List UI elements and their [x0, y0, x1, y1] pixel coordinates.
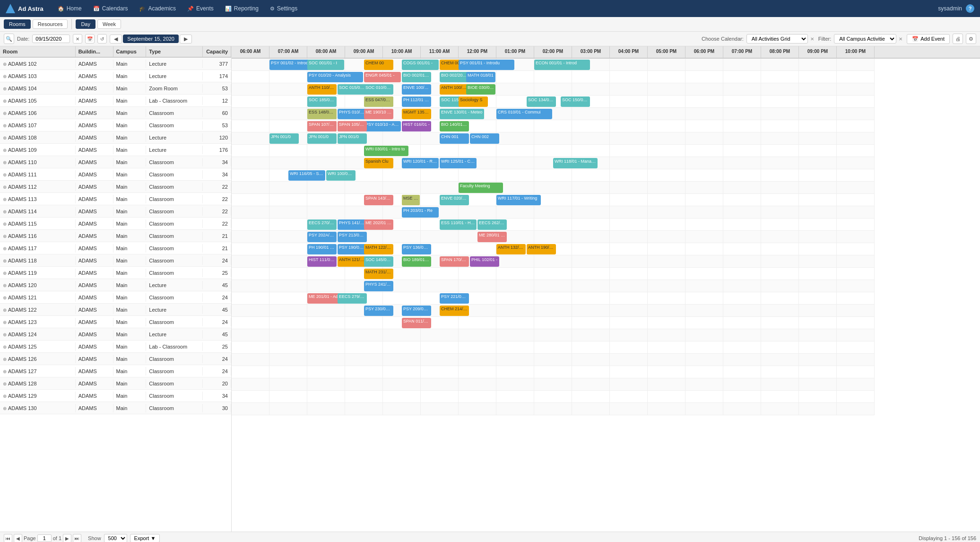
- room-row[interactable]: ⊕ADAMS 127 ADAMS Main Classroom 24: [0, 365, 231, 377]
- room-row[interactable]: ⊕ADAMS 118 ADAMS Main Classroom 24: [0, 254, 231, 267]
- event-block[interactable]: CHN 001: [440, 133, 469, 144]
- event-block[interactable]: WRI 117/01 - Writing: [496, 195, 541, 205]
- event-block[interactable]: SOC 001/01 - I: [307, 60, 344, 70]
- event-block[interactable]: ME 190/10 - Ur: [364, 109, 393, 119]
- event-block[interactable]: PSY 213/01 - M: [338, 232, 367, 242]
- expand-icon[interactable]: ⊕: [3, 307, 7, 313]
- event-block[interactable]: ANTH 110/01 -: [307, 84, 337, 95]
- event-block[interactable]: ESS 110/01 - Hydrolo: [440, 219, 477, 230]
- clear-filter-button[interactable]: ✕: [897, 35, 904, 42]
- event-block[interactable]: WRI 030/01 - Intro to: [364, 146, 408, 156]
- expand-icon[interactable]: ⊕: [3, 320, 7, 325]
- page-number-input[interactable]: [37, 534, 52, 542]
- room-row[interactable]: ⊕ADAMS 119 ADAMS Main Classroom 25: [0, 267, 231, 279]
- event-block[interactable]: SPAN 170/01 -: [440, 256, 469, 267]
- event-block[interactable]: MSE 111/: [402, 195, 420, 205]
- event-block[interactable]: ESS 047/01 - A: [364, 96, 393, 107]
- event-block[interactable]: SPAN 143/01 -: [364, 195, 393, 205]
- event-block[interactable]: EECS 262/01 -: [477, 219, 507, 230]
- event-block[interactable]: PHYS 241/01 -: [364, 281, 393, 291]
- event-block[interactable]: ANTH 190/01 -: [527, 244, 556, 254]
- event-block[interactable]: PSY 202A/01 -: [307, 232, 337, 242]
- room-row[interactable]: ⊕ADAMS 105 ADAMS Main Lab - Classroom 12: [0, 95, 231, 107]
- expand-icon[interactable]: ⊕: [3, 184, 7, 190]
- event-block[interactable]: SOC 134/01 - S: [527, 96, 556, 107]
- event-block[interactable]: JPN 001/0: [307, 133, 337, 144]
- event-block[interactable]: Faculty Meeting: [459, 183, 503, 193]
- event-block[interactable]: Sociology S: [459, 96, 488, 107]
- event-block[interactable]: CHN 002: [470, 133, 499, 144]
- room-row[interactable]: ⊕ADAMS 114 ADAMS Main Classroom 22: [0, 205, 231, 218]
- clear-date-button[interactable]: ✕: [73, 34, 82, 44]
- expand-icon[interactable]: ⊕: [3, 406, 7, 411]
- expand-icon[interactable]: ⊕: [3, 381, 7, 386]
- event-block[interactable]: SOC 015/01 - S: [338, 84, 367, 95]
- event-block[interactable]: PSY 001/01 - Introdu: [459, 60, 514, 70]
- event-block[interactable]: PHIL 102/01 -: [470, 256, 499, 267]
- event-block[interactable]: PHYS 010/01 -: [338, 109, 367, 119]
- event-block[interactable]: EECS 279/01 -: [338, 293, 367, 304]
- event-block[interactable]: SOC 150/01 - S: [561, 96, 590, 107]
- event-block[interactable]: ENGR 045/01 -: [364, 72, 401, 82]
- event-block[interactable]: ANTH 132/01 -: [496, 244, 526, 254]
- expand-icon[interactable]: ⊕: [3, 258, 7, 263]
- event-block[interactable]: HIST 016/01 -: [402, 121, 431, 131]
- export-button[interactable]: Export ▼: [130, 534, 160, 542]
- room-row[interactable]: ⊕ADAMS 104 ADAMS Main Zoom Room 53: [0, 82, 231, 95]
- refresh-button[interactable]: ↺: [97, 34, 107, 44]
- day-button[interactable]: Day: [76, 19, 95, 29]
- filter-select[interactable]: All Campus Activitie: [834, 34, 896, 44]
- event-block[interactable]: CRS 010/01 - Commui: [496, 109, 552, 119]
- event-block[interactable]: ME 202/01 - Tr: [364, 219, 393, 230]
- expand-icon[interactable]: ⊕: [3, 172, 7, 177]
- current-date-button[interactable]: September 15, 2020: [123, 35, 179, 43]
- print-button[interactable]: 🖨: [953, 34, 963, 44]
- expand-icon[interactable]: ⊕: [3, 123, 7, 128]
- expand-icon[interactable]: ⊕: [3, 74, 7, 79]
- search-button[interactable]: 🔍: [4, 34, 14, 44]
- event-block[interactable]: MATH 018/01: [466, 72, 495, 82]
- calendar-picker-button[interactable]: 📅: [85, 34, 95, 44]
- event-block[interactable]: PSY 230/01 - D: [364, 306, 393, 316]
- nav-home[interactable]: 🏠 Home: [53, 3, 87, 14]
- event-block[interactable]: SOC 010/01 - S: [364, 84, 393, 95]
- week-button[interactable]: Week: [97, 19, 121, 29]
- event-block[interactable]: PHYS 141/01 -: [338, 219, 367, 230]
- event-block[interactable]: CHEM 00: [364, 60, 393, 70]
- event-block[interactable]: ENVE 130/01 - Meteo: [440, 109, 484, 119]
- event-block[interactable]: PSY 221/01 - Is: [440, 293, 469, 304]
- event-block[interactable]: CHEM 214/01 -: [440, 306, 469, 316]
- room-row[interactable]: ⊕ADAMS 128 ADAMS Main Classroom 20: [0, 377, 231, 390]
- expand-icon[interactable]: ⊕: [3, 209, 7, 214]
- room-row[interactable]: ⊕ADAMS 125 ADAMS Main Lab - Classroom 25: [0, 341, 231, 353]
- event-block[interactable]: ECON 001/01 - Introd: [534, 60, 590, 70]
- date-input[interactable]: [32, 35, 70, 43]
- expand-icon[interactable]: ⊕: [3, 221, 7, 227]
- expand-icon[interactable]: ⊕: [3, 61, 7, 67]
- room-row[interactable]: ⊕ADAMS 121 ADAMS Main Classroom 24: [0, 291, 231, 304]
- event-block[interactable]: WRI 125/01 - Creativ: [440, 158, 477, 168]
- event-block[interactable]: SPAN 105/01 -: [338, 121, 367, 131]
- expand-icon[interactable]: ⊕: [3, 357, 7, 362]
- event-block[interactable]: WRI 120/01 - Rhetori: [402, 158, 439, 168]
- next-page-button[interactable]: ▶: [63, 534, 71, 542]
- event-block[interactable]: ENVE 100/01 -: [402, 84, 431, 95]
- expand-icon[interactable]: ⊕: [3, 98, 7, 104]
- room-row[interactable]: ⊕ADAMS 111 ADAMS Main Classroom 34: [0, 168, 231, 181]
- event-block[interactable]: MATH 231/01 -: [364, 269, 393, 279]
- event-block[interactable]: SPAN 011/01 -: [402, 318, 431, 328]
- expand-icon[interactable]: ⊕: [3, 332, 7, 337]
- room-row[interactable]: ⊕ADAMS 124 ADAMS Main Lecture 45: [0, 328, 231, 341]
- event-block[interactable]: MGMT 135/01: [402, 109, 431, 119]
- nav-settings[interactable]: ⚙ Settings: [265, 3, 302, 14]
- room-row[interactable]: ⊕ADAMS 102 ADAMS Main Lecture 377: [0, 58, 231, 70]
- event-block[interactable]: PSY 190/01 - D: [338, 244, 367, 254]
- add-event-button[interactable]: 📅 Add Event: [907, 34, 950, 44]
- event-block[interactable]: JPN 001/0: [338, 133, 367, 144]
- event-block[interactable]: SOC 145/01 - S: [364, 256, 393, 267]
- event-block[interactable]: BIOE 030/01 -: [466, 84, 495, 95]
- room-row[interactable]: ⊕ADAMS 106 ADAMS Main Classroom 60: [0, 107, 231, 119]
- event-block[interactable]: WRI 100/04 - Advanc: [326, 170, 356, 181]
- show-select[interactable]: 500 100 50: [104, 534, 127, 542]
- expand-icon[interactable]: ⊕: [3, 246, 7, 251]
